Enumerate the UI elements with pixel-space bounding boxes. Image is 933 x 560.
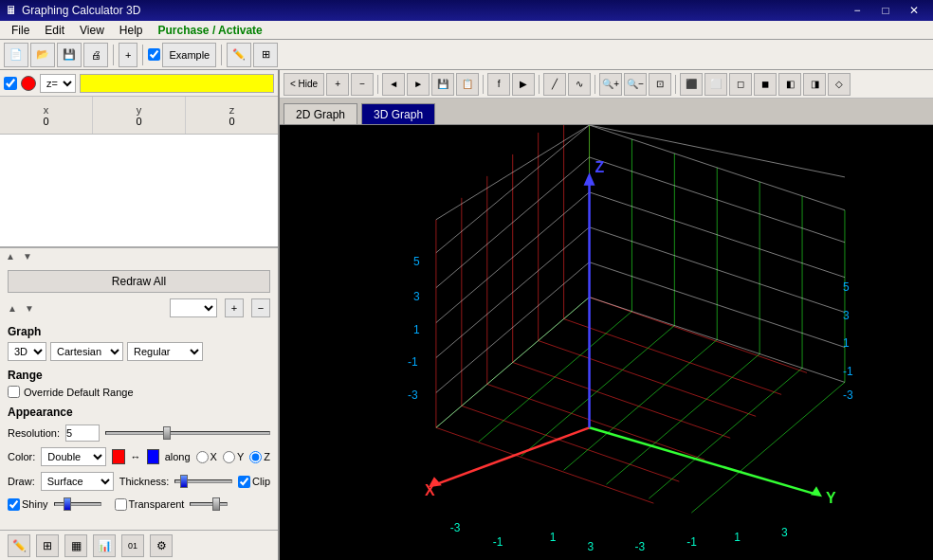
rt-line-button[interactable]: ╱ bbox=[543, 73, 566, 96]
panel-arrow-row: ▲ ▼ bbox=[0, 248, 278, 264]
rt-play-button[interactable]: ▶ bbox=[512, 73, 535, 96]
sep2 bbox=[142, 45, 143, 65]
thickness-label: Thickness: bbox=[119, 476, 170, 487]
menu-file[interactable]: File bbox=[4, 21, 37, 40]
redraw-button[interactable]: Redraw All bbox=[8, 270, 270, 293]
icon-cube[interactable]: ▦ bbox=[64, 534, 87, 557]
draw-row: Draw: Surface Wireframe Points Thickness… bbox=[8, 472, 270, 491]
y-radio[interactable] bbox=[223, 451, 235, 463]
bottom-icons-bar: ✏️ ⊞ ▦ 📊 01 ⚙ bbox=[0, 530, 278, 560]
coord-system-select[interactable]: Cartesian Cylindrical Spherical bbox=[50, 342, 123, 361]
color-label: Color: bbox=[8, 451, 35, 462]
graph-canvas[interactable]: X Y Z -3 -1 1 3 5 -3 -1 1 3 -3 -1 1 3 bbox=[280, 125, 933, 560]
draw-mode-select[interactable]: Surface Wireframe Points bbox=[41, 472, 114, 491]
print-button[interactable]: 🖨 bbox=[83, 43, 108, 67]
shiny-slider-container bbox=[54, 497, 101, 512]
rt-back-button[interactable]: ◄ bbox=[382, 73, 405, 96]
y-value: 0 bbox=[136, 116, 141, 127]
eq-checkbox[interactable] bbox=[4, 77, 17, 90]
rt-zoom-in-button[interactable]: 🔍+ bbox=[599, 73, 622, 96]
grid-button[interactable]: ⊞ bbox=[253, 43, 278, 67]
thickness-thumb[interactable] bbox=[180, 475, 188, 488]
equation-input[interactable] bbox=[80, 74, 274, 93]
down-arrow2[interactable]: ▼ bbox=[25, 303, 34, 314]
clip-label: Clip bbox=[238, 476, 270, 488]
rt-zoom-out-button[interactable]: 🔍− bbox=[624, 73, 647, 96]
add-button[interactable]: + bbox=[119, 43, 137, 67]
shiny-thumb[interactable] bbox=[64, 497, 71, 511]
titlebar-controls: − □ ✕ bbox=[844, 2, 927, 19]
transparent-checkbox[interactable] bbox=[115, 498, 127, 511]
example-checkbox[interactable] bbox=[148, 48, 160, 61]
rt-minus-button[interactable]: − bbox=[351, 73, 374, 96]
menu-purchase[interactable]: Purchase / Activate bbox=[151, 21, 270, 40]
menu-help[interactable]: Help bbox=[112, 21, 151, 40]
color-mode-select[interactable]: Double Single Rainbow bbox=[41, 447, 106, 466]
eq-color-picker[interactable] bbox=[21, 76, 36, 91]
up-arrow[interactable]: ▲ bbox=[6, 251, 15, 262]
color-row: Color: Double Single Rainbow ↔ along X Y bbox=[8, 447, 270, 466]
menu-edit[interactable]: Edit bbox=[37, 21, 72, 40]
rt-curve-button[interactable]: ∿ bbox=[568, 73, 591, 96]
clip-checkbox[interactable] bbox=[238, 476, 250, 488]
rt-fwd-button[interactable]: ► bbox=[407, 73, 430, 96]
app-icon: 🖩 bbox=[6, 4, 17, 17]
along-label: along bbox=[165, 451, 191, 462]
svg-text:-3: -3 bbox=[634, 540, 645, 553]
example-button[interactable]: Example bbox=[162, 43, 216, 67]
plot-type-select[interactable]: Regular Parametric bbox=[127, 342, 203, 361]
rt-fb-button[interactable]: f bbox=[487, 73, 510, 96]
graph-mode-select[interactable]: 3D 2D bbox=[8, 342, 46, 361]
plus-btn2[interactable]: + bbox=[225, 298, 244, 317]
rt-zoom-fit-button[interactable]: ⊡ bbox=[649, 73, 671, 96]
override-range-checkbox[interactable] bbox=[8, 386, 20, 398]
eq-type-select[interactable]: z= bbox=[40, 74, 76, 93]
z-radio-label: Z bbox=[249, 451, 270, 463]
save-button[interactable]: 💾 bbox=[57, 43, 82, 67]
svg-text:1: 1 bbox=[843, 336, 850, 350]
icon-data[interactable]: 01 bbox=[121, 534, 144, 557]
rt-cube4-button[interactable]: ◼ bbox=[754, 73, 777, 96]
resolution-thumb[interactable] bbox=[163, 426, 171, 440]
transparent-thumb[interactable] bbox=[212, 497, 220, 511]
svg-text:Z: Z bbox=[595, 159, 605, 175]
rt-save-button[interactable]: 💾 bbox=[431, 73, 454, 96]
rt-cube2-button[interactable]: ⬜ bbox=[704, 73, 727, 96]
icon-pencil[interactable]: ✏️ bbox=[8, 534, 30, 557]
minimize-button[interactable]: − bbox=[844, 2, 870, 19]
new-button[interactable]: 📄 bbox=[4, 43, 28, 67]
menu-view[interactable]: View bbox=[72, 21, 112, 40]
shiny-checkbox[interactable] bbox=[8, 498, 20, 511]
maximize-button[interactable]: □ bbox=[872, 2, 899, 19]
open-button[interactable]: 📂 bbox=[30, 43, 55, 67]
icon-settings[interactable]: ⚙ bbox=[150, 534, 173, 557]
close-button[interactable]: ✕ bbox=[901, 2, 927, 19]
tab-3d-graph[interactable]: 3D Graph bbox=[361, 103, 435, 124]
extra-select[interactable] bbox=[170, 298, 217, 317]
hide-button[interactable]: < Hide bbox=[284, 73, 324, 96]
rt-cube1-button[interactable]: ⬛ bbox=[680, 73, 703, 96]
color-box-red[interactable] bbox=[112, 449, 124, 464]
down-arrow[interactable]: ▼ bbox=[23, 251, 32, 262]
tab-2d-graph[interactable]: 2D Graph bbox=[284, 103, 357, 124]
titlebar-left: 🖩 Graphing Calculator 3D bbox=[6, 4, 140, 17]
shiny-row: Shiny Transparent bbox=[8, 497, 270, 512]
x-radio[interactable] bbox=[196, 451, 209, 463]
resolution-input[interactable] bbox=[65, 425, 100, 442]
y-label: y bbox=[137, 104, 142, 116]
rt-copy-button[interactable]: 📋 bbox=[456, 73, 479, 96]
minus-btn2[interactable]: − bbox=[251, 298, 270, 317]
icon-bar-chart[interactable]: 📊 bbox=[93, 534, 116, 557]
draw-button[interactable]: ✏️ bbox=[227, 43, 251, 67]
up-arrow2[interactable]: ▲ bbox=[8, 303, 17, 314]
x-label: x bbox=[44, 104, 49, 116]
z-radio[interactable] bbox=[249, 451, 262, 463]
color-box-blue[interactable] bbox=[147, 449, 159, 464]
rt-plus-button[interactable]: + bbox=[326, 73, 349, 96]
rt-cube3-button[interactable]: ◻ bbox=[729, 73, 752, 96]
rt-diamond-button[interactable]: ◇ bbox=[828, 73, 851, 96]
icon-grid-plus[interactable]: ⊞ bbox=[36, 534, 59, 557]
rt-cube5-button[interactable]: ◧ bbox=[778, 73, 801, 96]
rt-cube6-button[interactable]: ◨ bbox=[803, 73, 826, 96]
menubar: File Edit View Help Purchase / Activate bbox=[0, 21, 933, 40]
